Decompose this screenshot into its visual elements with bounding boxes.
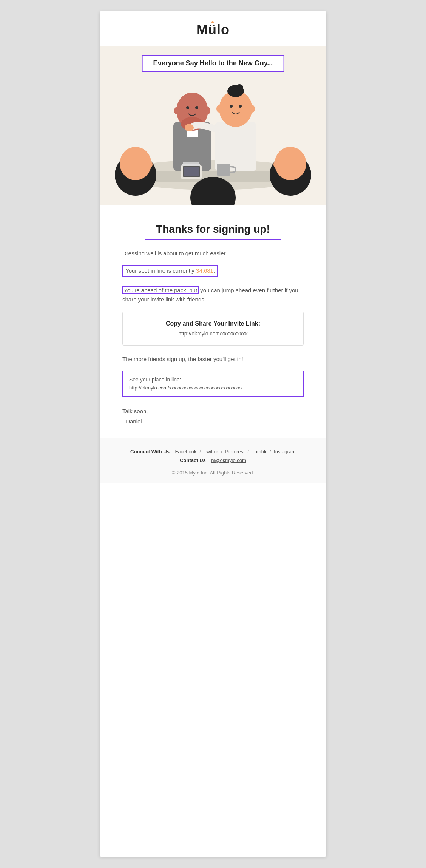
place-in-line-box: See your place in line: http://okmylo.co… bbox=[122, 371, 304, 397]
ahead-text-wrapper: You're ahead of the pack, but you can ju… bbox=[122, 286, 304, 304]
svg-rect-30 bbox=[183, 162, 199, 164]
svg-rect-27 bbox=[217, 164, 230, 176]
logo: Mülo bbox=[107, 22, 319, 38]
sub-text: Dressing well is about to get much easie… bbox=[122, 249, 304, 258]
svg-point-10 bbox=[205, 107, 210, 114]
footer-link-facebook[interactable]: Facebook bbox=[175, 449, 196, 454]
place-in-line-link[interactable]: http://okmylo.com/xxxxxxxxxxxxxxxxxxxxxx… bbox=[129, 385, 242, 391]
spot-suffix: . bbox=[213, 267, 215, 274]
footer-contact-email[interactable]: hi@okmylo.com bbox=[211, 457, 246, 463]
email-header: Mülo bbox=[100, 11, 326, 46]
svg-point-8 bbox=[195, 106, 198, 109]
thanks-heading-box: Thanks for signing up! bbox=[145, 219, 281, 240]
hero-banner: Everyone Say Hello to the New Guy... bbox=[142, 55, 284, 72]
footer-contact: Contact Us hi@okmylo.com bbox=[107, 457, 319, 463]
svg-point-18 bbox=[250, 105, 255, 113]
footer-copyright: © 2015 Mylo Inc. All Rights Reserved. bbox=[107, 470, 319, 476]
footer-link-instagram[interactable]: Instagram bbox=[274, 449, 296, 454]
sign-off-line1: Talk soon, bbox=[122, 408, 148, 414]
footer-connect: Connect With Us Facebook / Twitter / Pin… bbox=[107, 449, 319, 454]
svg-point-16 bbox=[239, 105, 242, 108]
svg-point-14 bbox=[236, 84, 243, 90]
ahead-text-highlighted: You're ahead of the pack, but bbox=[122, 286, 199, 294]
sign-off: Talk soon, - Daniel bbox=[122, 406, 304, 426]
svg-point-24 bbox=[275, 147, 306, 180]
invite-box: Copy and Share Your Invite Link: http://… bbox=[122, 312, 304, 346]
spot-number: 34,681 bbox=[196, 267, 213, 274]
svg-point-17 bbox=[216, 105, 222, 113]
svg-point-9 bbox=[174, 107, 179, 114]
footer-link-tumblr[interactable]: Tumblr bbox=[252, 449, 267, 454]
invite-link[interactable]: http://okmylo.com/xxxxxxxxxx bbox=[178, 331, 248, 337]
svg-point-25 bbox=[273, 161, 279, 168]
footer-link-pinterest[interactable]: Pinterest bbox=[225, 449, 244, 454]
hero-section: Everyone Say Hello to the New Guy... bbox=[100, 46, 326, 205]
thanks-heading-wrapper: Thanks for signing up! bbox=[122, 219, 304, 240]
place-in-line-label: See your place in line: bbox=[129, 377, 297, 383]
footer: Connect With Us Facebook / Twitter / Pin… bbox=[100, 438, 326, 483]
hero-banner-text: Everyone Say Hello to the New Guy... bbox=[153, 59, 273, 67]
svg-point-21 bbox=[120, 147, 151, 180]
email-container: Mülo Everyone Say Hello to the New Guy..… bbox=[100, 11, 326, 857]
footer-link-twitter[interactable]: Twitter bbox=[204, 449, 218, 454]
svg-point-22 bbox=[147, 161, 153, 168]
more-friends-text: The more friends sign up, the faster you… bbox=[122, 355, 304, 364]
invite-box-title: Copy and Share Your Invite Link: bbox=[130, 320, 296, 327]
footer-connect-label: Connect With Us bbox=[130, 449, 170, 454]
sign-off-line2: - Daniel bbox=[122, 418, 142, 425]
spot-prefix: Your spot in line is currently bbox=[125, 267, 196, 274]
spot-line: Your spot in line is currently 34,681. bbox=[122, 265, 218, 277]
ahead-text: You're ahead of the pack, but you can ju… bbox=[122, 286, 304, 304]
main-content: Thanks for signing up! Dressing well is … bbox=[100, 205, 326, 438]
svg-point-19 bbox=[185, 124, 194, 131]
svg-point-7 bbox=[186, 106, 189, 109]
svg-rect-32 bbox=[184, 167, 199, 176]
footer-contact-label: Contact Us bbox=[180, 457, 206, 463]
svg-point-15 bbox=[230, 105, 233, 108]
thanks-heading: Thanks for signing up! bbox=[156, 223, 270, 235]
